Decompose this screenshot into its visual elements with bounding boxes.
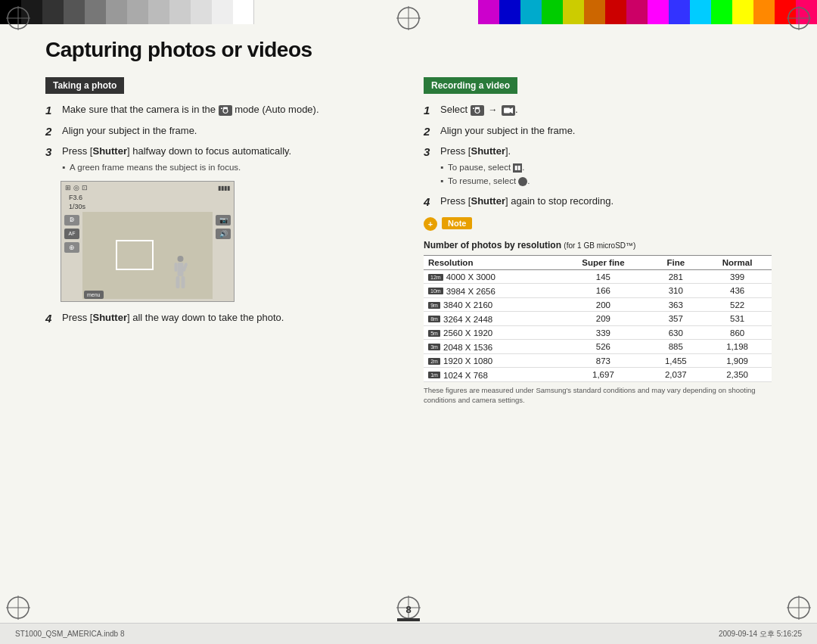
bottom-right-text: 2009-09-14 오후 5:16:25 [719,629,802,639]
fine-cell-0: 281 [648,269,703,284]
rec-step-4-num: 4 [424,194,434,210]
res-cell-0: 12m 4000 X 3000 [424,269,558,284]
sf-cell-0: 145 [558,269,648,284]
sf-cell-2: 200 [558,297,648,312]
svg-point-18 [223,108,228,113]
res-cell-7: 1m 1024 X 768 [424,368,558,382]
table-row: 5m 2560 X 1920 339 630 860 [424,325,772,340]
res-icon-4: 5m [428,330,440,337]
normal-cell-7: 2,350 [703,368,772,382]
col-resolution: Resolution [424,255,558,269]
res-icon-6: 2m [428,358,440,365]
camera-right-controls: 📷 🔊 [213,212,234,299]
step-3-text: Press [Shutter] halfway down to focus au… [62,145,393,175]
sf-cell-1: 166 [558,284,648,298]
camera-shutter: 1/30s [65,203,230,212]
camera-icons-right: ▮▮▮▮ [218,185,230,191]
res-cell-2: 9m 3840 X 2160 [424,297,558,312]
table-row: 3m 2048 X 1536 526 885 1,198 [424,340,772,354]
step-3: 3 Press [Shutter] halfway down to focus … [45,145,393,175]
res-cell-1: 10m 3984 X 2656 [424,284,558,298]
fine-cell-5: 885 [648,340,703,354]
sf-cell-5: 526 [558,340,648,354]
res-text-2: 3840 X 2160 [443,300,492,310]
res-cell-6: 2m 1920 X 1080 [424,353,558,368]
sf-cell-4: 339 [558,325,648,340]
col-right: Recording a video 1 Select → . [424,77,772,405]
table-row: 2m 1920 X 1080 873 1,455 1,909 [424,353,772,368]
table-note: These figures are measured under Samsung… [424,385,772,406]
ctrl-af: ↁ [64,215,79,226]
step-2-num: 2 [45,124,56,139]
sf-cell-3: 209 [558,312,648,326]
res-text-1: 3984 X 2656 [446,287,495,296]
ctrl-extra: ⊕ [64,242,79,253]
ctrl-r2: 🔊 [216,229,231,239]
resolution-section: Number of photos by resolution (for 1 GB… [424,240,772,406]
bottom-strip: ST1000_QSM_AMERICA.indb 8 2009-09-14 오후 … [0,623,817,644]
camera-viewfinder [82,212,213,299]
normal-cell-5: 1,198 [703,340,772,354]
svg-rect-24 [182,276,185,288]
person-silhouette [171,255,190,295]
col-left: Taking a photo 1 Make sure that the came… [45,77,393,405]
rec-step-4-text: Press [Shutter] again to stop recording. [440,194,772,208]
fine-cell-2: 363 [648,297,703,312]
svg-rect-23 [176,276,180,288]
table-row: 9m 3840 X 2160 200 363 522 [424,297,772,312]
res-icon-7: 1m [428,372,440,378]
svg-point-21 [178,256,184,262]
bottom-left-text: ST1000_QSM_AMERICA.indb 8 [15,630,125,638]
ctrl-r1: 📷 [216,215,231,226]
stop-icon [518,177,527,186]
camera-body: ↁ AF ⊕ [61,212,234,299]
res-icon-1: 10m [428,288,443,294]
reg-mark-bl [5,594,32,621]
res-title-text: Number of photos by resolution [424,240,561,250]
ctrl-af-label: AF [64,229,79,239]
fine-cell-6: 1,455 [648,353,703,368]
rec-video-icon [502,105,515,116]
rec-step-1-text: Select → . [440,103,772,117]
rec-step-4: 4 Press [Shutter] again to stop recordin… [424,194,772,210]
main-content: Capturing photos or videos Taking a phot… [45,38,772,614]
recording-steps: 1 Select → . 2 Align your [424,103,772,210]
camera-top-icon2: ◎ [73,184,79,191]
note-box: + Note [424,217,772,231]
res-cell-4: 5m 2560 X 1920 [424,325,558,340]
battery-icon: ▮▮▮▮ [218,185,230,191]
camera-top-icon1: ⊞ [65,184,71,191]
pause-icon: ▮▮ [513,163,522,173]
res-text-7: 1024 X 768 [443,371,488,380]
camera-top-bar: ⊞ ◎ ⊡ ▮▮▮▮ [61,182,234,194]
step-4-text: Press [Shutter] all the way down to take… [62,311,393,325]
fine-cell-3: 357 [648,312,703,326]
note-label: Note [442,217,472,229]
col-fine: Fine [648,255,703,269]
two-column-layout: Taking a photo 1 Make sure that the came… [45,77,772,405]
rec-step-2: 2 Align your subject in the frame. [424,124,772,139]
rec-step-2-num: 2 [424,124,434,139]
res-icon-5: 3m [428,344,440,350]
res-icon-3: 8m [428,316,440,322]
fine-cell-1: 310 [648,284,703,298]
sf-cell-6: 873 [558,353,648,368]
arrow-icon: → [488,104,497,117]
res-text-4: 2560 X 1920 [443,328,492,338]
normal-cell-6: 1,909 [703,353,772,368]
reg-mark-tl [5,5,32,32]
svg-rect-28 [475,107,480,109]
sf-cell-7: 1,697 [558,368,648,382]
camera-icons-left: ⊞ ◎ ⊡ [65,184,88,191]
res-text-5: 2048 X 1536 [443,343,492,352]
camera-left-controls: ↁ AF ⊕ [61,212,82,299]
svg-rect-25 [175,263,178,272]
normal-cell-4: 860 [703,325,772,340]
rec-step-3: 3 Press [Shutter]. To pause, select ▮▮. … [424,145,772,188]
camera-screen: ⊞ ◎ ⊡ ▮▮▮▮ F3.6 1/30s ↁ AF ⊕ [61,181,235,302]
res-icon-0: 12m [428,274,443,281]
reg-mark-tc [395,5,422,32]
reg-mark-tr [785,5,812,32]
camera-bottom: menu [84,291,211,299]
step-1-text: Make sure that the camera is in the mode… [62,103,393,117]
